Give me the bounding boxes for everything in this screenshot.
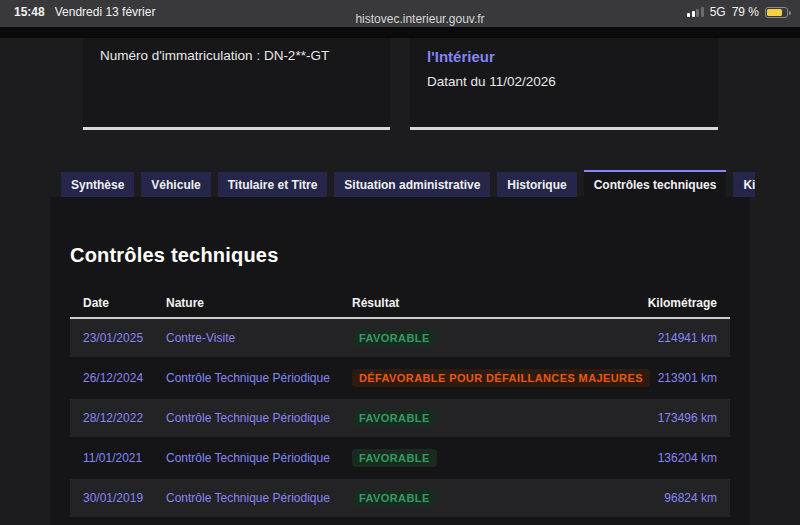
network-type-label: 5G xyxy=(710,5,726,19)
inspections-table: Date Nature Résultat Kilométrage 23/01/2… xyxy=(70,288,730,519)
inspection-kilometrage: 214941 km xyxy=(647,331,717,345)
table-body: 23/01/2025 Contre-Visite FAVORABLE 21494… xyxy=(70,319,730,519)
certificate-card: l'Intérieur Datant du 11/02/2026 xyxy=(410,38,718,130)
result-badge: DÉFAVORABLE POUR DÉFAILLANCES MAJEURES xyxy=(352,369,650,387)
column-header-kilometrage: Kilométrage xyxy=(647,296,717,310)
table-header-row: Date Nature Résultat Kilométrage xyxy=(70,288,730,319)
result-badge: FAVORABLE xyxy=(352,409,437,427)
result-badge: FAVORABLE xyxy=(352,449,437,467)
column-header-date: Date xyxy=(83,296,166,310)
battery-icon xyxy=(765,7,788,18)
status-date: Vendredi 13 février xyxy=(55,5,156,19)
tab-bar: SynthèseVéhiculeTitulaire et TitreSituat… xyxy=(61,170,755,197)
inspection-date: 23/01/2025 xyxy=(83,331,166,345)
page-title: Contrôles techniques xyxy=(70,244,278,267)
status-bar: 15:48 Vendredi 13 février histovec.inter… xyxy=(0,0,800,27)
table-row: 23/01/2025 Contre-Visite FAVORABLE 21494… xyxy=(70,319,730,359)
clock: 15:48 xyxy=(14,5,45,19)
inspection-nature: Contrôle Technique Périodique xyxy=(166,491,352,505)
registration-number-text: Numéro d'immatriculation : DN-2**-GT xyxy=(100,48,373,63)
inspection-date: 11/01/2021 xyxy=(83,451,166,465)
controles-techniques-panel: Contrôles techniques Date Nature Résulta… xyxy=(50,197,750,525)
tab-kilom-trage[interactable]: Kilométrage xyxy=(733,172,755,197)
table-row: 26/12/2024 Contrôle Technique Périodique… xyxy=(70,359,730,399)
tab-situation-administrative[interactable]: Situation administrative xyxy=(334,172,490,197)
result-badge: FAVORABLE xyxy=(352,329,437,347)
inspection-date: 30/01/2019 xyxy=(83,491,166,505)
table-row: 11/01/2021 Contrôle Technique Périodique… xyxy=(70,439,730,479)
certificate-issuer-text: l'Intérieur xyxy=(427,48,701,65)
inspection-date: 28/12/2022 xyxy=(83,411,166,425)
column-header-resultat: Résultat xyxy=(352,296,647,310)
inspection-nature: Contrôle Technique Périodique xyxy=(166,451,352,465)
battery-percent-label: 79 % xyxy=(732,5,759,19)
registration-card: Numéro d'immatriculation : DN-2**-GT xyxy=(83,38,390,130)
tab-titulaire-et-titre[interactable]: Titulaire et Titre xyxy=(218,172,328,197)
address-bar[interactable]: histovec.interieur.gouv.fr xyxy=(355,12,484,26)
page-top-strip xyxy=(0,27,800,38)
certificate-date-text: Datant du 11/02/2026 xyxy=(427,74,701,89)
inspection-kilometrage: 173496 km xyxy=(647,411,717,425)
inspection-kilometrage: 136204 km xyxy=(647,451,717,465)
result-badge: FAVORABLE xyxy=(352,489,437,507)
table-row: 30/01/2019 Contrôle Technique Périodique… xyxy=(70,479,730,519)
inspection-nature: Contre-Visite xyxy=(166,331,352,345)
inspection-date: 26/12/2024 xyxy=(83,371,166,385)
inspection-kilometrage: 213901 km xyxy=(647,371,717,385)
cellular-signal-icon xyxy=(687,7,704,17)
inspection-nature: Contrôle Technique Périodique xyxy=(166,371,352,385)
status-left: 15:48 Vendredi 13 février xyxy=(14,5,155,19)
tab-synth-se[interactable]: Synthèse xyxy=(61,172,134,197)
column-header-nature: Nature xyxy=(166,296,352,310)
tab-contr-les-techniques[interactable]: Contrôles techniques xyxy=(584,170,727,197)
inspection-nature: Contrôle Technique Périodique xyxy=(166,411,352,425)
status-right: 5G 79 % xyxy=(687,5,788,19)
table-row: 28/12/2022 Contrôle Technique Périodique… xyxy=(70,399,730,439)
ipad-safari-screen: 15:48 Vendredi 13 février histovec.inter… xyxy=(0,0,800,525)
tab-bar-viewport: SynthèseVéhiculeTitulaire et TitreSituat… xyxy=(61,170,755,197)
tab-historique[interactable]: Historique xyxy=(497,172,576,197)
inspection-kilometrage: 96824 km xyxy=(647,491,717,505)
tab-v-hicule[interactable]: Véhicule xyxy=(141,172,210,197)
